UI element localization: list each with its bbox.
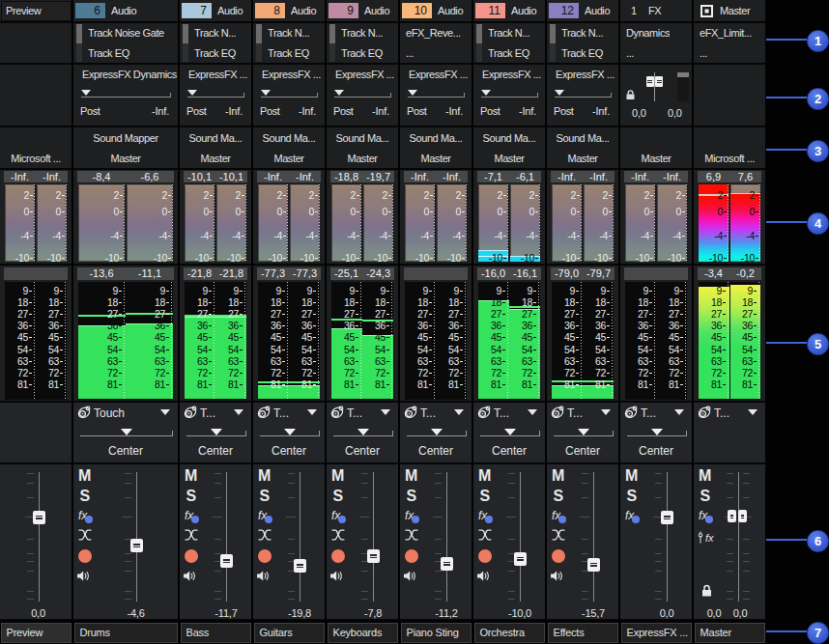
- send-plugin-name[interactable]: ExpressFX ...: [262, 70, 321, 80]
- pan-slider-thumb[interactable]: [211, 429, 222, 435]
- automation-dropdown-arrow[interactable]: [454, 409, 464, 415]
- output-bus[interactable]: Master: [180, 154, 251, 164]
- send-level-track[interactable]: [408, 97, 465, 98]
- volume-fader-track[interactable]: [446, 472, 447, 602]
- send-level-track[interactable]: [334, 97, 391, 98]
- send-level-thumb[interactable]: [481, 90, 491, 96]
- send-level-thumb[interactable]: [334, 90, 344, 96]
- scribble-strip-master[interactable]: Master: [695, 623, 765, 643]
- pan-slider-track[interactable]: [627, 435, 686, 436]
- fx-list-scrollbar[interactable]: [183, 24, 188, 62]
- send-plugin-name[interactable]: ExpressFX ...: [335, 70, 394, 80]
- scribble-strip-drums[interactable]: Drums: [74, 623, 178, 643]
- mute-button[interactable]: M: [552, 468, 564, 484]
- pan-slider-thumb[interactable]: [431, 429, 443, 435]
- volume-fader-handle[interactable]: [130, 539, 143, 552]
- record-arm-button[interactable]: [478, 549, 492, 563]
- volume-fader-handle[interactable]: [33, 511, 45, 524]
- automation-dropdown-arrow[interactable]: [381, 409, 390, 415]
- send-level-thumb[interactable]: [187, 90, 197, 96]
- fx-list-scrollbar[interactable]: [256, 24, 262, 62]
- solo-button[interactable]: S: [260, 489, 271, 504]
- output-device[interactable]: Sound Ma...: [253, 133, 325, 144]
- send-level-thumb[interactable]: [555, 90, 564, 96]
- fx-list-scrollbar[interactable]: [476, 24, 482, 62]
- speaker-mute-icon[interactable]: [551, 571, 563, 581]
- fx-scrollbar-thumb[interactable]: [183, 24, 188, 43]
- mute-button[interactable]: M: [185, 468, 197, 484]
- speaker-mute-icon[interactable]: [77, 571, 90, 581]
- fader-lock-icon[interactable]: [701, 584, 712, 598]
- fx-chain-item[interactable]: Track N...: [488, 28, 529, 39]
- pan-slider-thumb[interactable]: [504, 429, 516, 435]
- phase-invert-button[interactable]: [258, 529, 272, 541]
- solo-button[interactable]: S: [627, 489, 638, 504]
- volume-fader-handle[interactable]: [294, 559, 306, 573]
- send-tap-label[interactable]: Post: [480, 106, 500, 117]
- automation-dropdown-arrow[interactable]: [234, 409, 243, 415]
- fx-list-scrollbar[interactable]: [329, 24, 335, 62]
- fx-list-scrollbar[interactable]: [550, 24, 556, 62]
- mute-button[interactable]: M: [331, 468, 344, 484]
- fx-automation-dot[interactable]: [265, 516, 273, 524]
- automation-mode-label[interactable]: T...: [273, 407, 289, 419]
- mute-button[interactable]: M: [699, 468, 711, 484]
- output-device[interactable]: Sound Ma...: [400, 133, 472, 144]
- volume-fader-track[interactable]: [373, 472, 374, 602]
- automation-dropdown-arrow[interactable]: [528, 409, 537, 415]
- solo-button[interactable]: S: [554, 489, 564, 504]
- output-device[interactable]: Sound Ma...: [547, 133, 618, 144]
- automation-mode-label[interactable]: T...: [420, 407, 436, 419]
- pan-slider-track[interactable]: [407, 435, 466, 436]
- scribble-strip-orchestra[interactable]: Orchestra: [474, 623, 545, 643]
- fx-automation-dot[interactable]: [705, 516, 714, 524]
- automation-mode-label[interactable]: T...: [347, 407, 362, 419]
- output-device[interactable]: Sound Ma...: [180, 133, 251, 144]
- automation-icon[interactable]: [477, 406, 491, 419]
- send-level-track[interactable]: [261, 97, 318, 98]
- volume-fader-track[interactable]: [39, 472, 40, 602]
- mute-button[interactable]: M: [78, 468, 91, 484]
- automation-dropdown-arrow[interactable]: [307, 409, 317, 415]
- automation-mode-label[interactable]: T...: [494, 407, 509, 419]
- volume-fader-handle[interactable]: [728, 510, 737, 522]
- scribble-strip-bass[interactable]: Bass: [181, 623, 251, 643]
- send-tap-label[interactable]: Post: [260, 106, 279, 117]
- phase-invert-button[interactable]: [78, 529, 92, 541]
- fx-chain-item[interactable]: ...: [626, 48, 634, 59]
- automation-icon[interactable]: [184, 406, 197, 419]
- fx-chain-item[interactable]: eFX_Reve...: [406, 28, 461, 39]
- fx-list-scrollbar[interactable]: [76, 24, 82, 62]
- pan-slider-track[interactable]: [554, 435, 613, 436]
- scribble-strip-guitars[interactable]: Guitars: [254, 623, 325, 643]
- volume-fader-track[interactable]: [667, 472, 668, 602]
- volume-fader-track[interactable]: [136, 472, 137, 602]
- output-bus[interactable]: Master: [327, 154, 398, 164]
- mute-button[interactable]: M: [625, 468, 638, 484]
- scribble-strip-pianosting[interactable]: Piano Sting: [401, 623, 472, 643]
- output-bus[interactable]: Master: [547, 154, 618, 164]
- output-bus[interactable]: Master: [253, 154, 325, 164]
- solo-button[interactable]: S: [186, 489, 197, 504]
- fx-chain-item[interactable]: Track EQ: [561, 48, 603, 59]
- fx-return-handle[interactable]: [655, 76, 663, 87]
- fx-chain-item[interactable]: Track EQ: [88, 48, 129, 59]
- fx-automation-dot[interactable]: [191, 516, 200, 524]
- automation-dropdown-arrow[interactable]: [748, 409, 758, 415]
- volume-fader-handle[interactable]: [587, 558, 600, 572]
- volume-fader-handle[interactable]: [220, 554, 233, 568]
- scribble-strip-preview[interactable]: Preview: [1, 623, 71, 643]
- fx-scrollbar-thumb[interactable]: [329, 24, 335, 43]
- volume-fader-track[interactable]: [300, 472, 300, 602]
- solo-button[interactable]: S: [80, 489, 91, 504]
- volume-fader-handle[interactable]: [441, 557, 453, 571]
- fx-chain-item[interactable]: Track N...: [341, 28, 383, 39]
- fx-automation-dot[interactable]: [412, 516, 420, 524]
- record-arm-button[interactable]: [331, 549, 345, 563]
- send-level-thumb[interactable]: [81, 90, 91, 96]
- phase-invert-button[interactable]: [405, 529, 418, 541]
- volume-fader-track[interactable]: [593, 472, 594, 602]
- send-plugin-name[interactable]: ExpressFX Dynamics: [82, 70, 177, 80]
- send-level-track[interactable]: [481, 97, 538, 98]
- pan-slider-thumb[interactable]: [121, 429, 132, 435]
